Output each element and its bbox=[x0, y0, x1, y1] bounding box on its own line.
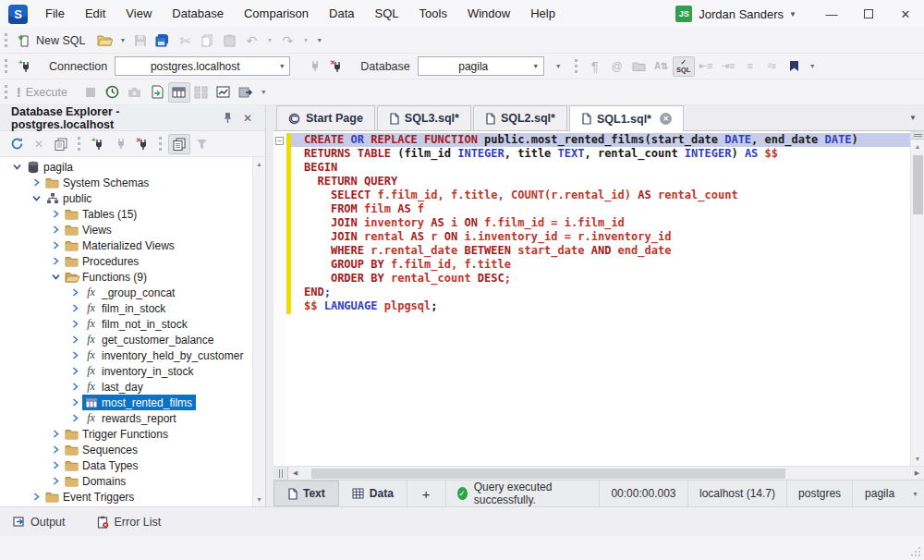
toolbar-grip[interactable] bbox=[5, 33, 7, 47]
disconnect-button[interactable]: ✕ bbox=[131, 134, 153, 154]
user-name[interactable]: Jordan Sanders bbox=[699, 7, 784, 21]
open-file-caret[interactable]: ▼ bbox=[116, 37, 130, 43]
status-user[interactable]: postgres bbox=[787, 481, 853, 506]
chevron-down-icon[interactable] bbox=[29, 194, 43, 202]
close-icon[interactable]: ✕ bbox=[237, 108, 258, 128]
code-line[interactable]: CREATE OR REPLACE FUNCTION public.most_r… bbox=[291, 133, 910, 147]
tree-item-rewards-report[interactable]: fxrewards_report bbox=[0, 410, 265, 426]
scroll-down-icon[interactable]: ▼ bbox=[915, 452, 921, 466]
menu-database[interactable]: Database bbox=[162, 0, 234, 28]
execute-button[interactable]: ! Execute bbox=[14, 82, 70, 103]
close-tab-icon[interactable]: ✕ bbox=[660, 113, 672, 125]
redo-caret[interactable]: ▼ bbox=[298, 37, 312, 43]
tree-item-pagila[interactable]: pagila bbox=[0, 159, 265, 175]
query-builder-button[interactable] bbox=[190, 82, 213, 103]
horizontal-scrollbar[interactable]: ◀ ▶ bbox=[274, 466, 924, 480]
tree-item-last-day[interactable]: fxlast_day bbox=[0, 379, 265, 395]
tree-item-tables-15[interactable]: Tables (15) bbox=[0, 206, 265, 222]
chevron-down-icon[interactable] bbox=[9, 163, 24, 171]
chevron-right-icon[interactable] bbox=[67, 320, 82, 328]
chevron-right-icon[interactable] bbox=[67, 367, 82, 375]
code-line[interactable]: WHERE r.rental_date BETWEEN start_date A… bbox=[291, 244, 910, 258]
chevron-right-icon[interactable] bbox=[67, 351, 82, 359]
tab-data-view[interactable]: Data bbox=[339, 481, 407, 506]
scrollbar-thumb[interactable] bbox=[913, 155, 923, 214]
code-line[interactable]: JOIN rental AS r ON i.inventory_id = r.i… bbox=[291, 230, 910, 244]
database-select[interactable]: pagila ▼ bbox=[418, 56, 544, 76]
toolbar-overflow-caret[interactable]: ▼ bbox=[312, 37, 326, 43]
toolbar-grip[interactable] bbox=[159, 137, 162, 151]
toolbar-grip[interactable] bbox=[575, 59, 578, 73]
tree-item-public[interactable]: public bbox=[0, 190, 265, 206]
duplicate-button[interactable] bbox=[50, 134, 72, 154]
tree-item-functions-9[interactable]: Functions (9) bbox=[0, 269, 265, 285]
tree-item-domains[interactable]: Domains bbox=[0, 473, 265, 489]
code-line[interactable]: RETURN QUERY bbox=[291, 175, 910, 189]
tree-item-film-not-in-stock[interactable]: fxfilm_not_in_stock bbox=[0, 316, 265, 332]
show-documents-button[interactable] bbox=[168, 134, 190, 154]
paste-button[interactable] bbox=[218, 30, 240, 51]
document-outline-button[interactable] bbox=[628, 56, 650, 77]
chevron-right-icon[interactable] bbox=[67, 414, 82, 422]
chevron-down-icon[interactable]: ▼ bbox=[274, 63, 289, 69]
tab-start-page[interactable]: Start Page bbox=[276, 105, 375, 130]
open-file-button[interactable] bbox=[94, 30, 116, 51]
tree-item-film-in-stock[interactable]: fxfilm_in_stock bbox=[0, 300, 265, 316]
chevron-right-icon[interactable] bbox=[48, 210, 63, 218]
scrollbar-thumb[interactable] bbox=[311, 469, 785, 479]
copy-button[interactable] bbox=[196, 30, 218, 51]
execute-to-grid-button[interactable] bbox=[168, 82, 190, 103]
tab-text-view[interactable]: Text bbox=[274, 481, 339, 506]
tree-item-get-customer-balance[interactable]: fxget_customer_balance bbox=[0, 332, 265, 347]
tree-item-procedures[interactable]: Procedures bbox=[0, 253, 265, 269]
comment-button[interactable]: ≡ bbox=[739, 56, 761, 77]
chevron-down-icon[interactable] bbox=[48, 273, 63, 281]
chevron-right-icon[interactable] bbox=[48, 241, 63, 250]
split-editor-handle[interactable] bbox=[274, 467, 288, 480]
tree-item-materialized-views[interactable]: Materialized Views bbox=[0, 237, 265, 253]
tree-item-views[interactable]: Views bbox=[0, 222, 265, 237]
code-line[interactable]: $$ LANGUAGE plpgsql; bbox=[291, 299, 910, 313]
tree-item-data-types[interactable]: Data Types bbox=[0, 457, 265, 473]
export-results-button[interactable] bbox=[235, 82, 257, 103]
new-sql-button[interactable]: New SQL bbox=[14, 30, 89, 51]
sql-editor[interactable]: − CREATE OR REPLACE FUNCTION public.most… bbox=[274, 131, 924, 466]
menu-sql[interactable]: SQL bbox=[365, 0, 409, 28]
code-line[interactable]: GROUP BY f.film_id, f.title bbox=[291, 258, 910, 272]
avatar[interactable]: JS bbox=[675, 6, 692, 22]
refresh-button[interactable] bbox=[6, 134, 28, 154]
chevron-right-icon[interactable] bbox=[48, 257, 63, 265]
tree-scrollbar[interactable]: ▲ ▼ bbox=[252, 157, 265, 506]
code-line[interactable]: END; bbox=[291, 286, 910, 299]
add-view-button[interactable]: + bbox=[407, 481, 446, 506]
undo-button[interactable]: ↶ bbox=[240, 30, 262, 51]
code-snippets-button[interactable]: @ bbox=[606, 56, 628, 77]
code-content[interactable]: CREATE OR REPLACE FUNCTION public.most_r… bbox=[291, 133, 910, 313]
tree-item-event-triggers[interactable]: Event Triggers bbox=[0, 489, 265, 505]
tab-list-caret[interactable]: ▼ bbox=[909, 114, 917, 122]
format-code-button[interactable]: ¶ bbox=[584, 56, 606, 77]
tree-item-inventory-held-by-customer[interactable]: fxinventory_held_by_customer bbox=[0, 347, 265, 363]
chevron-right-icon[interactable] bbox=[67, 398, 82, 407]
chevron-right-icon[interactable] bbox=[48, 461, 63, 469]
disconnect-button[interactable]: ✕ bbox=[325, 56, 347, 77]
status-overflow-caret[interactable]: ▼ bbox=[906, 481, 924, 506]
cut-button[interactable]: ✄ bbox=[174, 30, 196, 51]
toolbar-grip[interactable] bbox=[5, 85, 7, 99]
chevron-right-icon[interactable] bbox=[67, 304, 82, 312]
code-line[interactable]: SELECT f.film_id, f.title, COUNT(r.renta… bbox=[291, 189, 910, 202]
status-database[interactable]: pagila bbox=[853, 481, 906, 506]
minimize-button[interactable]: — bbox=[813, 0, 850, 28]
tab-error-list[interactable]: Error List bbox=[97, 516, 162, 529]
code-line[interactable]: FROM film AS f bbox=[291, 202, 910, 216]
menu-file[interactable]: File bbox=[35, 0, 75, 28]
format-overflow-caret[interactable]: ▼ bbox=[806, 63, 820, 69]
query-plan-button[interactable] bbox=[213, 82, 235, 103]
new-connection-button[interactable]: + bbox=[87, 134, 109, 154]
maximize-button[interactable] bbox=[850, 0, 887, 28]
database-overflow-caret[interactable]: ▼ bbox=[552, 63, 565, 69]
scrollbar-track[interactable] bbox=[302, 467, 910, 480]
line-numbers-button[interactable]: ²≡ bbox=[761, 56, 784, 77]
stop-button[interactable] bbox=[79, 82, 102, 103]
code-line[interactable]: ORDER BY rental_count DESC; bbox=[291, 272, 910, 286]
